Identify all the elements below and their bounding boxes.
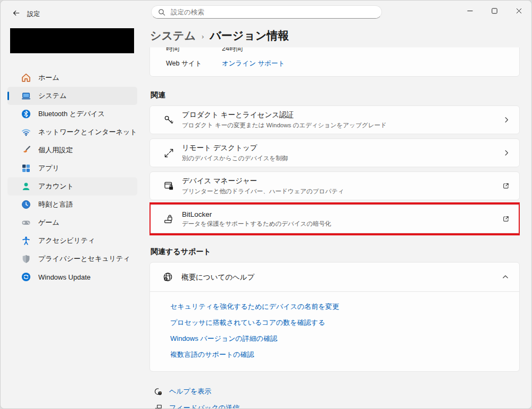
breadcrumb: システム › バージョン情報 xyxy=(150,28,289,43)
card-subtitle: データを保護をサポートするためのデバイスの暗号化 xyxy=(182,220,502,228)
help-link-multilingual[interactable]: 複数言語のサポートの確認 xyxy=(170,350,254,359)
sidebar-item-label: アプリ xyxy=(38,163,60,173)
apps-icon xyxy=(21,163,31,173)
accessibility-icon xyxy=(21,236,31,246)
bluetooth-icon xyxy=(21,109,31,119)
footer-link-label: ヘルプを表示 xyxy=(169,387,211,396)
key-icon xyxy=(163,114,174,126)
card-subtitle: 別のデバイスからこのデバイスを制御 xyxy=(182,154,503,162)
account-redacted-block xyxy=(10,28,134,53)
card-bitlocker[interactable]: BitLocker データを保護をサポートするためのデバイスの暗号化 xyxy=(149,204,520,233)
help-link-windows-version[interactable]: Windows バージョンの詳細の確認 xyxy=(170,334,277,343)
footer-links: ? ヘルプを表示 フィードバックの送信 xyxy=(149,387,520,408)
card-text: デバイス マネージャー プリンターと他のドライバー、ハードウェアのプロパティ xyxy=(182,176,502,195)
bitlocker-annotated-region: BitLocker データを保護をサポートするためのデバイスの暗号化 xyxy=(149,204,520,233)
sidebar-item-gaming[interactable]: ゲーム xyxy=(7,214,137,232)
card-text: リモート デスクトップ 別のデバイスからこのデバイスを制御 xyxy=(182,143,503,162)
settings-window: 設定 ホーム xyxy=(0,0,532,409)
close-button[interactable] xyxy=(506,1,531,20)
external-link-icon xyxy=(502,182,510,190)
card-title: リモート デスクトップ xyxy=(182,143,503,153)
spec-row-hours: 時間 24時間 xyxy=(150,47,519,56)
spec-value: 24時間 xyxy=(222,47,243,53)
send-feedback-link[interactable]: フィードバックの送信 xyxy=(154,403,239,408)
help-links: セキュリティを強化するためにデバイスの名前を変更 プロセッサに搭載されているコア… xyxy=(150,291,519,371)
card-title: プロダクト キーとライセンス認証 xyxy=(182,110,503,120)
chevron-up-icon xyxy=(502,274,509,280)
footer-link-label: フィードバックの送信 xyxy=(169,403,239,408)
help-card-header[interactable]: 概要についてのヘルプ xyxy=(150,263,519,291)
remote-desktop-icon xyxy=(163,147,174,159)
help-link-rename-device[interactable]: セキュリティを強化するためにデバイスの名前を変更 xyxy=(170,302,339,312)
privacy-icon xyxy=(21,254,31,264)
online-support-link[interactable]: オンライン サポート xyxy=(222,59,285,68)
personalization-icon xyxy=(21,145,31,155)
sidebar-item-label: ホーム xyxy=(38,73,60,83)
device-manager-icon xyxy=(163,180,174,192)
bitlocker-icon xyxy=(163,213,174,225)
card-product-key[interactable]: プロダクト キーとライセンス認証 プロダクト キーの変更または Windows … xyxy=(149,105,520,134)
card-remote-desktop[interactable]: リモート デスクトップ 別のデバイスからこのデバイスを制御 xyxy=(149,138,520,167)
sidebar-item-label: Windows Update xyxy=(38,273,90,281)
time-language-icon xyxy=(21,200,31,209)
sidebar-item-personalization[interactable]: 個人用設定 xyxy=(7,141,137,159)
sidebar-item-label: ゲーム xyxy=(38,218,60,227)
sidebar-item-network-internet[interactable]: ネットワークとインターネット xyxy=(7,123,137,141)
sidebar-item-accounts[interactable]: アカウント xyxy=(7,177,137,195)
search-box[interactable] xyxy=(151,5,382,19)
help-card-label: 概要についてのヘルプ xyxy=(181,273,255,281)
feedback-icon xyxy=(154,404,162,408)
app-title: 設定 xyxy=(27,10,40,19)
sidebar-item-privacy-security[interactable]: プライバシーとセキュリティ xyxy=(7,250,137,268)
minimize-button[interactable] xyxy=(458,1,482,20)
sidebar-item-bluetooth-devices[interactable]: Bluetooth とデバイス xyxy=(7,105,137,123)
sidebar-nav: ホーム システム Bluetooth とデバイス ネットワークとインターネット xyxy=(7,69,137,286)
sidebar-item-label: アカウント xyxy=(38,182,74,191)
sidebar-item-label: 時刻と言語 xyxy=(38,200,73,209)
sidebar-item-apps[interactable]: アプリ xyxy=(7,159,137,177)
maximize-button[interactable] xyxy=(482,1,506,20)
card-text: BitLocker データを保護をサポートするためのデバイスの暗号化 xyxy=(182,210,502,228)
card-title: デバイス マネージャー xyxy=(182,176,502,186)
chevron-right-icon xyxy=(503,117,510,123)
sidebar: ホーム システム Bluetooth とデバイス ネットワークとインターネット xyxy=(1,26,144,408)
help-card-label-wrap: 概要についてのヘルプ xyxy=(181,272,502,282)
search-icon xyxy=(158,9,165,16)
sidebar-item-label: ネットワークとインターネット xyxy=(38,127,137,137)
section-title-support: 関連するサポート xyxy=(151,247,520,257)
help-globe-icon xyxy=(162,271,173,283)
breadcrumb-parent[interactable]: システム xyxy=(150,28,196,43)
card-title: BitLocker xyxy=(182,210,502,218)
gaming-icon xyxy=(21,218,31,227)
spec-row-website: Web サイト オンライン サポート xyxy=(150,56,519,71)
sidebar-item-label: 個人用設定 xyxy=(38,145,73,155)
card-text: プロダクト キーとライセンス認証 プロダクト キーの変更または Windows … xyxy=(182,110,503,129)
scroll-area[interactable]: 時間 24時間 Web サイト オンライン サポート 関連 プロダクト キーとラ… xyxy=(149,47,520,408)
chevron-right-icon xyxy=(503,150,510,156)
sidebar-item-time-language[interactable]: 時刻と言語 xyxy=(7,195,137,214)
card-device-manager[interactable]: デバイス マネージャー プリンターと他のドライバー、ハードウェアのプロパティ xyxy=(149,171,520,200)
spec-label: 時間 xyxy=(166,47,222,53)
sidebar-item-home[interactable]: ホーム xyxy=(7,69,137,87)
sidebar-item-label: Bluetooth とデバイス xyxy=(38,109,105,119)
sidebar-item-label: プライバシーとセキュリティ xyxy=(38,254,130,264)
sidebar-item-accessibility[interactable]: アクセシビリティ xyxy=(7,232,137,250)
show-help-link[interactable]: ? ヘルプを表示 xyxy=(154,387,211,396)
external-link-icon xyxy=(502,215,510,223)
home-icon xyxy=(21,73,31,83)
search-input[interactable] xyxy=(170,8,375,17)
window-controls xyxy=(458,1,531,20)
card-subtitle: プロダクト キーの変更または Windows のエディションをアップグレード xyxy=(182,121,503,129)
help-icon: ? xyxy=(154,387,162,396)
network-icon xyxy=(21,127,31,137)
section-title-related: 関連 xyxy=(151,91,520,100)
sidebar-item-windows-update[interactable]: Windows Update xyxy=(7,268,137,286)
back-button[interactable] xyxy=(9,7,23,21)
sidebar-item-label: システム xyxy=(38,91,66,101)
system-icon xyxy=(21,91,31,101)
svg-text:?: ? xyxy=(159,392,161,395)
card-subtitle: プリンターと他のドライバー、ハードウェアのプロパティ xyxy=(182,187,502,195)
windows-update-icon xyxy=(21,272,31,282)
help-link-core-count[interactable]: プロセッサに搭載されているコアの数を確認する xyxy=(170,318,325,328)
sidebar-item-system[interactable]: システム xyxy=(7,87,137,105)
